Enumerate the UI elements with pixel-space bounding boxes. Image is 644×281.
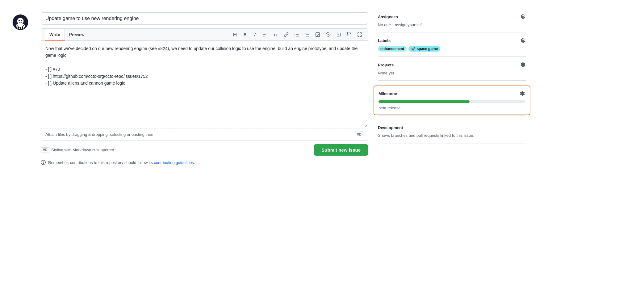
- attach-area: Attach files by dragging & dropping, sel…: [41, 128, 368, 140]
- issue-title-input[interactable]: [41, 12, 368, 25]
- development-text: Shows branches and pull requests linked …: [378, 132, 526, 139]
- unordered-list-button[interactable]: [292, 31, 301, 38]
- editor-header: Write Preview: [41, 29, 368, 41]
- labels-header: Labels: [378, 37, 526, 44]
- projects-header: Projects: [378, 62, 526, 68]
- projects-value: None yet: [378, 71, 394, 75]
- assignees-title: Assignees: [378, 15, 398, 19]
- markdown-note: MD Styling with Markdown is supported: [41, 147, 114, 153]
- avatar-col: [12, 12, 31, 30]
- task-list-button[interactable]: [313, 31, 322, 38]
- avatar: [12, 14, 28, 30]
- svg-point-3: [21, 20, 22, 21]
- assignees-value: No one—assign yourself: [378, 23, 422, 27]
- markdown-note-text: Styling with Markdown is supported: [51, 148, 114, 152]
- main-col: Write Preview: [41, 12, 368, 165]
- markdown-icon: MD: [355, 132, 363, 137]
- editor-toolbar: [231, 29, 364, 40]
- heading-button[interactable]: [231, 31, 239, 38]
- assignees-section: Assignees No one—assign yourself: [378, 14, 526, 32]
- bold-button[interactable]: [241, 31, 249, 38]
- fullscreen-button[interactable]: [355, 31, 364, 38]
- code-button[interactable]: [271, 31, 280, 38]
- milestone-gear-button[interactable]: [519, 90, 525, 97]
- italic-button[interactable]: [251, 31, 259, 38]
- milestone-section: Milestone beta release: [378, 86, 526, 115]
- link-button[interactable]: [282, 31, 291, 38]
- preview-tab[interactable]: Preview: [65, 29, 89, 41]
- development-title: Development: [378, 125, 403, 130]
- milestone-header: Milestone: [378, 90, 525, 97]
- svg-point-2: [19, 20, 20, 21]
- milestone-name: beta release: [378, 106, 401, 110]
- assignees-gear-button[interactable]: [520, 14, 526, 20]
- milestone-box: Milestone beta release: [374, 86, 530, 115]
- submit-button[interactable]: Submit new issue: [314, 144, 368, 156]
- markdown-icon-footer: MD: [41, 147, 49, 153]
- contributing-link[interactable]: contributing guidelines: [154, 160, 194, 165]
- development-section: Development Shows branches and pull requ…: [378, 120, 526, 144]
- label-enhancement: enhancement: [378, 46, 407, 52]
- reference-button[interactable]: [334, 31, 343, 38]
- info-icon: [41, 160, 46, 165]
- notice-text: Remember, contributions to this reposito…: [48, 160, 195, 165]
- projects-title: Projects: [378, 63, 394, 67]
- form-footer: MD Styling with Markdown is supported Su…: [41, 144, 368, 156]
- label-space-game: 🚀 space game: [408, 46, 440, 52]
- notice-row: Remember, contributions to this reposito…: [41, 160, 368, 165]
- write-tab[interactable]: Write: [45, 29, 65, 41]
- issue-body-textarea[interactable]: Now that we've decided on our new render…: [41, 41, 368, 127]
- labels-gear-button[interactable]: [520, 37, 526, 44]
- projects-section: Projects None yet: [378, 57, 526, 81]
- sidebar-col: Assignees No one—assign yourself Labels: [378, 12, 526, 144]
- page-wrapper: Write Preview: [0, 6, 644, 171]
- labels-title: Labels: [378, 38, 391, 43]
- labels-section: Labels enhancement 🚀 space game: [378, 32, 526, 57]
- labels-container: enhancement 🚀 space game: [378, 46, 526, 52]
- milestone-title: Milestone: [378, 91, 397, 96]
- milestone-progress-fill: [378, 100, 470, 103]
- undo-button[interactable]: [345, 31, 353, 38]
- editor-body: Now that we've decided on our new render…: [41, 41, 368, 128]
- editor-container: Write Preview: [41, 28, 368, 140]
- development-header: Development: [378, 125, 526, 130]
- mention-button[interactable]: [324, 31, 332, 38]
- ordered-list-button[interactable]: [303, 31, 312, 38]
- attach-placeholder: Attach files by dragging & dropping, sel…: [45, 132, 156, 137]
- projects-gear-button[interactable]: [520, 62, 526, 68]
- quote-button[interactable]: [261, 31, 270, 38]
- assignees-header: Assignees: [378, 14, 526, 20]
- milestone-progress-bar: [378, 100, 525, 103]
